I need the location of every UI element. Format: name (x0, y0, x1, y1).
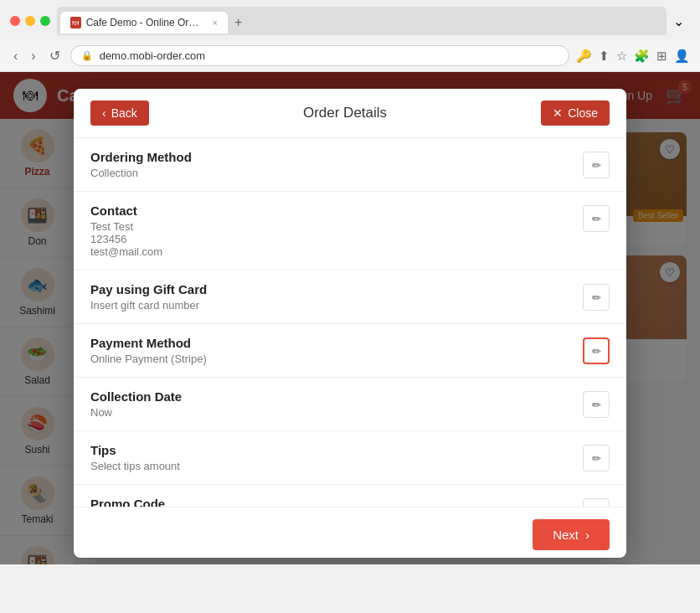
key-icon[interactable]: 🔑 (576, 49, 592, 64)
ordering-method-edit-button[interactable]: ✏ (583, 152, 610, 178)
close-window-dot[interactable] (10, 16, 20, 26)
tips-value: Select tips amount (90, 460, 573, 472)
payment-method-label: Payment Method (90, 336, 573, 350)
browser-overflow[interactable]: ⌄ (673, 13, 690, 29)
tab-close-icon[interactable]: × (213, 18, 218, 28)
new-tab-button[interactable]: + (228, 10, 249, 35)
address-text: demo.mobi-order.com (100, 49, 205, 62)
modal-overlay: ‹ Back Order Details ✕ Close Ordering Me… (0, 72, 700, 564)
browser-tab[interactable]: 🍽 Cafe Demo - Online Ordering × (60, 12, 228, 33)
contact-phone: 123456 (90, 233, 573, 245)
contact-value: Test Test 123456 test@mail.com (90, 220, 573, 258)
gift-card-row: Pay using Gift Card Insert gift card num… (74, 270, 626, 324)
gift-card-label: Pay using Gift Card (90, 282, 573, 296)
order-details-modal: ‹ Back Order Details ✕ Close Ordering Me… (74, 89, 626, 558)
gift-card-edit-button[interactable]: ✏ (583, 284, 610, 311)
payment-method-row: Payment Method Online Payment (Stripe) ✏ (74, 324, 626, 378)
ordering-method-row: Ordering Method Collection ✏ (74, 138, 626, 192)
tips-row: Tips Select tips amount ✏ (74, 431, 626, 485)
close-button-label: Close (568, 106, 598, 120)
browser-nav: ‹ › ↺ 🔒 demo.mobi-order.com 🔑 ⬆ ☆ 🧩 ⊞ 👤 (0, 40, 700, 72)
promo-code-row: Promo Code Insert promo code ✏ (74, 485, 626, 507)
contact-email: test@mail.com (90, 245, 573, 258)
collection-date-label: Collection Date (90, 389, 573, 404)
tab-title: Cafe Demo - Online Ordering (86, 17, 204, 28)
gift-card-info: Pay using Gift Card Insert gift card num… (90, 282, 573, 312)
back-chevron-icon: ‹ (102, 106, 106, 120)
back-button-label: Back (111, 106, 137, 120)
collection-date-info: Collection Date Now (90, 389, 573, 419)
promo-code-info: Promo Code Insert promo code (90, 497, 573, 507)
address-bar[interactable]: 🔒 demo.mobi-order.com (70, 45, 569, 66)
forward-nav-button[interactable]: › (28, 47, 39, 65)
collection-date-value: Now (90, 406, 573, 419)
window-controls (10, 16, 50, 26)
reload-button[interactable]: ↺ (46, 46, 64, 65)
contact-label: Contact (90, 203, 573, 218)
browser-chrome: 🍽 Cafe Demo - Online Ordering × + ⌄ ‹ › … (0, 0, 700, 72)
payment-method-info: Payment Method Online Payment (Stripe) (90, 336, 573, 365)
extension-icon[interactable]: 🧩 (634, 49, 650, 64)
collection-date-row: Collection Date Now ✏ (74, 378, 626, 431)
tips-info: Tips Select tips amount (90, 443, 573, 472)
promo-code-edit-button[interactable]: ✏ (583, 498, 610, 507)
modal-back-button[interactable]: ‹ Back (90, 100, 149, 126)
contact-row: Contact Test Test 123456 test@mail.com ✏ (74, 192, 626, 270)
ordering-method-value: Collection (90, 167, 573, 179)
tips-label: Tips (90, 443, 573, 457)
modal-header: ‹ Back Order Details ✕ Close (74, 89, 626, 138)
minimize-window-dot[interactable] (25, 16, 35, 26)
back-nav-button[interactable]: ‹ (10, 47, 21, 65)
promo-code-label: Promo Code (90, 497, 573, 507)
lock-icon: 🔒 (81, 50, 93, 61)
contact-edit-button[interactable]: ✏ (583, 205, 610, 232)
next-label: Next (553, 528, 579, 542)
tips-edit-button[interactable]: ✏ (583, 445, 610, 471)
payment-method-edit-button[interactable]: ✏ (583, 337, 610, 364)
contact-name: Test Test (90, 220, 573, 233)
ordering-method-info: Ordering Method Collection (90, 150, 573, 179)
ordering-method-label: Ordering Method (90, 150, 573, 164)
collection-date-edit-button[interactable]: ✏ (583, 391, 610, 418)
modal-title: Order Details (303, 105, 387, 121)
next-chevron-icon: › (585, 528, 589, 542)
tab-favicon: 🍽 (70, 17, 81, 28)
page-background: 🍽 Ca gn Up 🛒 5 🍕 Pizza 🍱 Don 🐟 Sashimi (0, 72, 700, 564)
share-icon[interactable]: ⬆ (599, 49, 610, 64)
layout-icon[interactable]: ⊞ (656, 49, 667, 64)
next-button[interactable]: Next › (533, 519, 610, 550)
browser-icons: 🔑 ⬆ ☆ 🧩 ⊞ 👤 (576, 49, 690, 64)
payment-method-value: Online Payment (Stripe) (90, 353, 573, 365)
contact-info: Contact Test Test 123456 test@mail.com (90, 203, 573, 258)
modal-close-button[interactable]: ✕ Close (541, 100, 610, 126)
modal-footer: Next › (74, 507, 626, 558)
gift-card-value: Insert gift card number (90, 299, 573, 312)
profile-icon[interactable]: 👤 (674, 49, 690, 64)
modal-body: Ordering Method Collection ✏ Contact Tes… (74, 138, 626, 507)
star-icon[interactable]: ☆ (616, 49, 627, 64)
close-x-icon: ✕ (553, 106, 563, 120)
title-bar: 🍽 Cafe Demo - Online Ordering × + ⌄ (0, 0, 700, 40)
maximize-window-dot[interactable] (40, 16, 50, 26)
